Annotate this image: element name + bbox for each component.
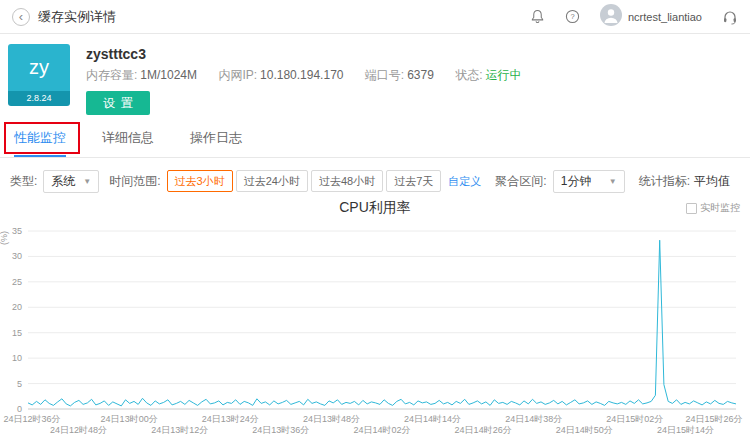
aggregation-label: 聚合区间: <box>495 173 546 190</box>
user-menu[interactable]: ncrtest_liantiao <box>600 4 702 29</box>
intranet-ip-value: 10.180.194.170 <box>260 68 343 82</box>
realtime-monitoring-label: 实时监控 <box>700 201 740 215</box>
instance-avatar: zy 2.8.24 <box>8 44 70 106</box>
type-select-value: 系统 <box>51 173 75 190</box>
stat-indicator-value: 平均值 <box>694 174 730 188</box>
avatar <box>600 4 622 29</box>
custom-range-link[interactable]: 自定义 <box>448 174 481 189</box>
field-label: 内存容量: <box>86 68 137 82</box>
tab-operation-log[interactable]: 操作日志 <box>190 121 242 157</box>
tab-detail-info[interactable]: 详细信息 <box>102 121 154 157</box>
svg-text:24日14时14分: 24日14时14分 <box>404 414 461 424</box>
chart-area: (%) 0510152025303524日12时36分24日12时48分24日1… <box>0 219 750 436</box>
svg-text:0: 0 <box>17 404 22 414</box>
filter-toolbar: 类型: 系统 ▼ 时间范围: 过去3小时 过去24小时 过去48小时 过去7天 … <box>0 169 750 193</box>
username-label: ncrtest_liantiao <box>628 11 702 23</box>
topbar-actions: ? ncrtest_liantiao <box>530 4 738 29</box>
svg-text:10: 10 <box>12 353 22 363</box>
time-range-label: 时间范围: <box>109 173 160 190</box>
svg-text:24日13时48分: 24日13时48分 <box>303 414 360 424</box>
cpu-utilization-chart: 0510152025303524日12时36分24日12时48分24日13时00… <box>0 219 746 436</box>
range-button-3h[interactable]: 过去3小时 <box>167 170 233 192</box>
svg-text:24日13时36分: 24日13时36分 <box>252 425 309 435</box>
svg-text:24日12时48分: 24日12时48分 <box>50 425 107 435</box>
instance-avatar-text: zy <box>8 44 70 91</box>
svg-text:24日13时00分: 24日13时00分 <box>101 414 158 424</box>
realtime-monitoring-checkbox[interactable]: 实时监控 <box>686 201 740 215</box>
aggregation-select-value: 1分钟 <box>561 173 592 190</box>
svg-text:15: 15 <box>12 328 22 338</box>
svg-text:24日13时12分: 24日13时12分 <box>151 425 208 435</box>
range-button-48h[interactable]: 过去48小时 <box>311 170 383 192</box>
checkbox-icon <box>686 203 697 214</box>
svg-text:24日14时02分: 24日14时02分 <box>353 425 410 435</box>
settings-button[interactable]: 设置 <box>86 91 150 115</box>
help-icon[interactable]: ? <box>565 9 580 24</box>
svg-text:24日14时38分: 24日14时38分 <box>505 414 562 424</box>
chart-section: CPU利用率 实时监控 (%) 0510152025303524日12时36分2… <box>0 199 750 436</box>
support-headset-icon[interactable] <box>722 9 738 25</box>
svg-text:24日13时24分: 24日13时24分 <box>202 414 259 424</box>
instance-fields: 内存容量:1M/1024M 内网IP:10.180.194.170 端口号:63… <box>86 67 540 84</box>
instance-info: zystttcc3 内存容量:1M/1024M 内网IP:10.180.194.… <box>86 44 540 115</box>
svg-text:24日14时26分: 24日14时26分 <box>455 425 512 435</box>
type-select[interactable]: 系统 ▼ <box>43 170 99 193</box>
svg-text:24日15时02分: 24日15时02分 <box>606 414 663 424</box>
svg-text:24日14时50分: 24日14时50分 <box>556 425 613 435</box>
instance-header: zy 2.8.24 zystttcc3 内存容量:1M/1024M 内网IP:1… <box>0 34 750 115</box>
stat-indicator: 统计指标:平均值 <box>639 173 730 190</box>
svg-text:30: 30 <box>12 251 22 261</box>
back-button[interactable]: ‹ <box>12 8 30 26</box>
chevron-down-icon: ▼ <box>83 177 91 186</box>
aggregation-select[interactable]: 1分钟 ▼ <box>553 170 625 193</box>
instance-name: zystttcc3 <box>86 46 540 62</box>
svg-text:35: 35 <box>12 226 22 236</box>
svg-text:5: 5 <box>17 379 22 389</box>
range-button-24h[interactable]: 过去24小时 <box>236 170 308 192</box>
chart-title: CPU利用率 <box>0 199 750 217</box>
type-label: 类型: <box>10 173 37 190</box>
svg-text:24日15时26分: 24日15时26分 <box>685 414 742 424</box>
svg-text:24日15时14分: 24日15时14分 <box>657 425 714 435</box>
tab-bar: 性能监控 详细信息 操作日志 <box>0 121 750 158</box>
page-title: 缓存实例详情 <box>38 8 116 26</box>
status-badge: 运行中 <box>486 68 522 82</box>
stat-indicator-label: 统计指标: <box>639 174 690 188</box>
notification-bell-icon[interactable] <box>530 9 545 24</box>
field-label: 内网IP: <box>218 68 257 82</box>
tab-performance-monitoring[interactable]: 性能监控 <box>14 121 66 157</box>
topbar: ‹ 缓存实例详情 ? ncrtest_liantiao <box>0 0 750 34</box>
svg-text:?: ? <box>570 12 574 21</box>
y-axis-unit-label: (%) <box>0 231 9 245</box>
svg-text:25: 25 <box>12 277 22 287</box>
chevron-down-icon: ▼ <box>609 177 617 186</box>
port-value: 6379 <box>407 68 434 82</box>
range-button-7d[interactable]: 过去7天 <box>386 170 441 192</box>
instance-version: 2.8.24 <box>8 91 70 106</box>
svg-text:20: 20 <box>12 302 22 312</box>
svg-text:24日12时36分: 24日12时36分 <box>3 414 60 424</box>
field-label: 端口号: <box>365 68 404 82</box>
memory-value: 1M/1024M <box>140 68 197 82</box>
field-label: 状态: <box>455 68 482 82</box>
